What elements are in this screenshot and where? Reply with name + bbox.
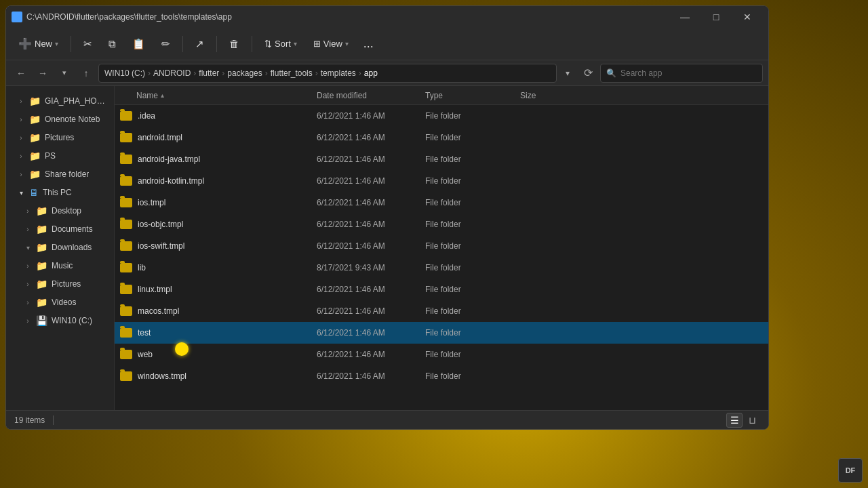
table-row[interactable]: ios.tmpl 6/12/2021 1:46 AM File folder (115, 192, 768, 214)
file-type: File folder (425, 198, 520, 207)
refresh-button[interactable]: ⟳ (578, 64, 597, 83)
new-button[interactable]: ➕ New ▾ (12, 33, 65, 54)
breadcrumb-android[interactable]: ANDROID (153, 68, 191, 78)
toolbar-divider-4 (252, 36, 252, 52)
file-name-cell: ios.tmpl (120, 198, 317, 207)
search-box[interactable]: 🔍 (600, 64, 763, 83)
sort-indicator-icon: ▴ (161, 92, 164, 99)
table-row[interactable]: macos.tmpl 6/12/2021 1:46 AM File folder (115, 300, 768, 322)
breadcrumb[interactable]: WIN10 (C:) › ANDROID › flutter › package… (98, 64, 557, 83)
minimize-button[interactable]: — (669, 6, 701, 28)
sidebar-item-this-pc[interactable]: ▾ 🖥 This PC (9, 184, 111, 201)
breadcrumb-flutter[interactable]: flutter (199, 68, 219, 78)
file-name-text: macos.tmpl (138, 306, 179, 316)
breadcrumb-dropdown-button[interactable]: ▾ (559, 65, 576, 81)
breadcrumb-packages[interactable]: packages (227, 68, 262, 78)
col-header-size[interactable]: Size (520, 91, 588, 100)
folder-icon: 📁 (29, 169, 41, 180)
close-button[interactable]: ✕ (732, 6, 763, 28)
breadcrumb-flutter-tools[interactable]: flutter_tools (271, 68, 313, 78)
breadcrumb-templates[interactable]: templates (321, 68, 356, 78)
file-name-cell: android-kotlin.tmpl (120, 176, 317, 186)
window-title: C:\ANDROID\flutter\packages\flutter_tool… (26, 12, 669, 22)
file-name-text: lib (138, 263, 146, 272)
new-chevron-icon: ▾ (55, 40, 58, 47)
folder-icon: 📁 (29, 150, 41, 161)
folder-icon (120, 241, 132, 251)
sidebar-item-music[interactable]: › 📁 Music (9, 257, 111, 274)
title-bar: C:\ANDROID\flutter\packages\flutter_tool… (6, 6, 768, 28)
toolbar-divider-1 (71, 36, 71, 52)
expand-icon: › (17, 97, 25, 105)
table-row[interactable]: android-kotlin.tmpl 6/12/2021 1:46 AM Fi… (115, 170, 768, 192)
more-button[interactable]: ... (358, 33, 379, 55)
table-row[interactable]: .idea 6/12/2021 1:46 AM File folder (115, 105, 768, 127)
sidebar-item-videos[interactable]: › 📁 Videos (9, 293, 111, 311)
col-header-date[interactable]: Date modified (317, 91, 425, 100)
table-row[interactable]: android.tmpl 6/12/2021 1:46 AM File fold… (115, 127, 768, 148)
recent-button[interactable]: ▾ (55, 64, 74, 83)
sidebar-item-documents[interactable]: › 📁 Documents (9, 220, 111, 238)
table-row[interactable]: ios-swift.tmpl 6/12/2021 1:46 AM File fo… (115, 235, 768, 257)
sidebar-item-share[interactable]: › 📁 Share folder (9, 165, 111, 183)
toolbar: ➕ New ▾ ✂ ⧉ 📋 ✏ ↗ 🗑 ⇅ Sort ▾ (6, 28, 768, 60)
sidebar-item-desktop[interactable]: › 📁 Desktop (9, 202, 111, 220)
maximize-button[interactable]: □ (701, 6, 732, 28)
expand-icon: › (24, 262, 32, 270)
address-bar: ← → ▾ ↑ WIN10 (C:) › ANDROID › flutter ›… (6, 60, 768, 86)
table-row[interactable]: linux.tmpl 6/12/2021 1:46 AM File folder (115, 279, 768, 300)
search-icon: 🔍 (606, 68, 616, 78)
df-badge: DF (838, 458, 863, 483)
this-pc-icon: 🖥 (29, 187, 39, 198)
expand-icon: ▾ (24, 243, 32, 251)
sidebar-item-pictures-2[interactable]: › 📁 Pictures (9, 275, 111, 293)
table-row[interactable]: android-java.tmpl 6/12/2021 1:46 AM File… (115, 148, 768, 170)
sidebar-item-gia-pha[interactable]: › 📁 GIA_PHA_HO_P (9, 92, 111, 110)
expand-icon: › (17, 152, 25, 160)
up-button[interactable]: ↑ (77, 64, 96, 83)
sidebar-item-downloads[interactable]: ▾ 📁 Downloads (9, 239, 111, 256)
breadcrumb-win10[interactable]: WIN10 (C:) (104, 68, 145, 78)
item-count: 19 items (14, 415, 45, 425)
table-row[interactable]: test 6/12/2021 1:46 AM File folder (115, 322, 768, 344)
paste-button[interactable]: 📋 (125, 34, 152, 54)
back-button[interactable]: ← (12, 64, 31, 83)
sort-button[interactable]: ⇅ Sort ▾ (258, 35, 304, 53)
sidebar-item-onenote[interactable]: › 📁 Onenote Noteb (9, 110, 111, 128)
rename-button[interactable]: ✏ (155, 34, 177, 54)
view-button[interactable]: ⊞ View ▾ (307, 35, 355, 53)
sidebar-item-win10[interactable]: › 💾 WIN10 (C:) (9, 312, 111, 329)
file-name-text: android-java.tmpl (138, 155, 200, 164)
share-icon: ↗ (195, 38, 204, 50)
col-header-name[interactable]: Name ▴ (120, 91, 317, 100)
view-label: View (323, 39, 342, 49)
table-row[interactable]: web 6/12/2021 1:46 AM File folder (115, 344, 768, 365)
search-input[interactable] (620, 68, 757, 78)
folder-icon (120, 220, 132, 229)
sidebar-item-pictures-1[interactable]: › 📁 Pictures (9, 129, 111, 146)
file-name-cell: linux.tmpl (120, 285, 317, 294)
sidebar-item-ps[interactable]: › 📁 PS (9, 147, 111, 165)
file-name-cell: test (120, 328, 317, 338)
share-button[interactable]: ↗ (189, 34, 211, 54)
delete-button[interactable]: 🗑 (222, 34, 246, 54)
cut-button[interactable]: ✂ (77, 34, 99, 54)
copy-button[interactable]: ⧉ (102, 34, 123, 54)
table-row[interactable]: lib 8/17/2021 9:43 AM File folder (115, 257, 768, 279)
sort-icon: ⇅ (264, 39, 272, 49)
delete-icon: 🗑 (229, 38, 239, 49)
forward-button[interactable]: → (33, 64, 52, 83)
folder-icon: 📁 (36, 205, 47, 216)
file-name-cell: lib (120, 263, 317, 272)
grid-view-button[interactable]: ⊔ (744, 413, 760, 428)
list-view-button[interactable]: ☰ (726, 413, 743, 428)
view-icon: ⊞ (313, 39, 321, 49)
folder-icon (120, 285, 132, 294)
col-header-type[interactable]: Type (425, 91, 520, 100)
sidebar-label: Onenote Noteb (45, 115, 100, 124)
toolbar-divider-3 (216, 36, 217, 52)
table-row[interactable]: windows.tmpl 6/12/2021 1:46 AM File fold… (115, 365, 768, 387)
table-row[interactable]: ios-objc.tmpl 6/12/2021 1:46 AM File fol… (115, 214, 768, 235)
sidebar-label: This PC (43, 188, 72, 197)
file-date: 6/12/2021 1:46 AM (317, 241, 425, 251)
